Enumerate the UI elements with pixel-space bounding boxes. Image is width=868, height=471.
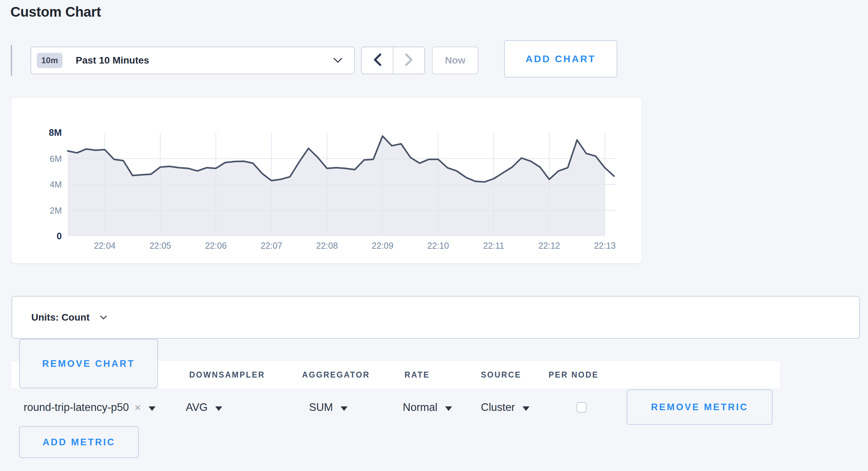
- time-nav-group: [361, 47, 425, 74]
- chevron-down-icon: [100, 315, 107, 321]
- now-button[interactable]: Now: [432, 47, 478, 74]
- units-label: Units: Count: [31, 312, 90, 323]
- metric-name-value: round-trip-latency-p50: [24, 401, 129, 414]
- clear-metric-icon[interactable]: ×: [134, 401, 141, 414]
- add-chart-button[interactable]: ADD CHART: [504, 40, 617, 77]
- caret-down-icon: [149, 406, 156, 411]
- svg-text:22:07: 22:07: [261, 241, 283, 250]
- next-time-button[interactable]: [393, 47, 424, 74]
- svg-text:22:06: 22:06: [205, 241, 227, 250]
- svg-text:22:12: 22:12: [539, 241, 560, 250]
- header-source: SOURCE: [481, 370, 521, 380]
- area-chart: 22:0422:0522:0622:0722:0822:0922:1022:11…: [11, 98, 642, 263]
- svg-text:6M: 6M: [50, 154, 62, 164]
- header-per-node: PER NODE: [549, 370, 599, 380]
- source-select[interactable]: Cluster: [481, 388, 529, 427]
- page-title: Custom Chart: [10, 4, 101, 20]
- caret-down-icon: [341, 406, 348, 411]
- svg-text:0: 0: [57, 231, 62, 241]
- svg-text:22:09: 22:09: [372, 241, 394, 250]
- aggregator-value: SUM: [309, 401, 333, 414]
- svg-text:22:13: 22:13: [594, 241, 616, 250]
- header-downsampler: DOWNSAMPLER: [189, 370, 265, 380]
- aggregator-select[interactable]: SUM: [309, 388, 348, 427]
- svg-text:22:11: 22:11: [483, 241, 504, 250]
- rate-value: Normal: [403, 401, 437, 414]
- svg-text:8M: 8M: [49, 127, 62, 138]
- metric-table-row: round-trip-latency-p50 × AVG SUM Normal …: [11, 388, 860, 427]
- svg-text:2M: 2M: [50, 206, 62, 215]
- caret-down-icon: [445, 406, 452, 411]
- per-node-checkbox[interactable]: [576, 402, 587, 413]
- caret-down-icon: [523, 406, 529, 411]
- time-range-badge: 10m: [37, 53, 62, 68]
- svg-text:4M: 4M: [50, 180, 62, 189]
- source-value: Cluster: [481, 401, 515, 414]
- toolbar-accent-line: [11, 45, 12, 76]
- time-range-label: Past 10 Minutes: [76, 55, 149, 66]
- svg-text:22:05: 22:05: [149, 241, 171, 250]
- svg-text:22:08: 22:08: [316, 241, 338, 250]
- chevron-right-icon: [405, 53, 413, 67]
- metric-chart-card: 22:0422:0522:0622:0722:0822:0922:1022:11…: [11, 98, 642, 263]
- units-dropdown[interactable]: Units: Count: [11, 296, 860, 339]
- remove-chart-button[interactable]: REMOVE CHART: [19, 339, 158, 388]
- rate-select[interactable]: Normal: [403, 388, 452, 427]
- caret-down-icon: [215, 406, 222, 411]
- svg-text:22:04: 22:04: [94, 241, 116, 250]
- add-metric-button[interactable]: ADD METRIC: [19, 426, 139, 458]
- metric-name-select[interactable]: round-trip-latency-p50 ×: [24, 388, 156, 427]
- prev-time-button[interactable]: [362, 47, 393, 74]
- header-rate: RATE: [404, 370, 430, 380]
- custom-chart-page: Custom Chart 10m Past 10 Minutes Now ADD…: [0, 0, 868, 471]
- time-range-dropdown[interactable]: 10m Past 10 Minutes: [31, 47, 355, 74]
- downsampler-value: AVG: [186, 401, 208, 414]
- remove-metric-button[interactable]: REMOVE METRIC: [627, 389, 773, 425]
- chevron-left-icon: [373, 53, 382, 67]
- header-aggregator: AGGREGATOR: [302, 370, 370, 380]
- svg-text:22:10: 22:10: [427, 241, 449, 250]
- downsampler-select[interactable]: AVG: [186, 388, 222, 427]
- chevron-down-icon: [333, 58, 342, 65]
